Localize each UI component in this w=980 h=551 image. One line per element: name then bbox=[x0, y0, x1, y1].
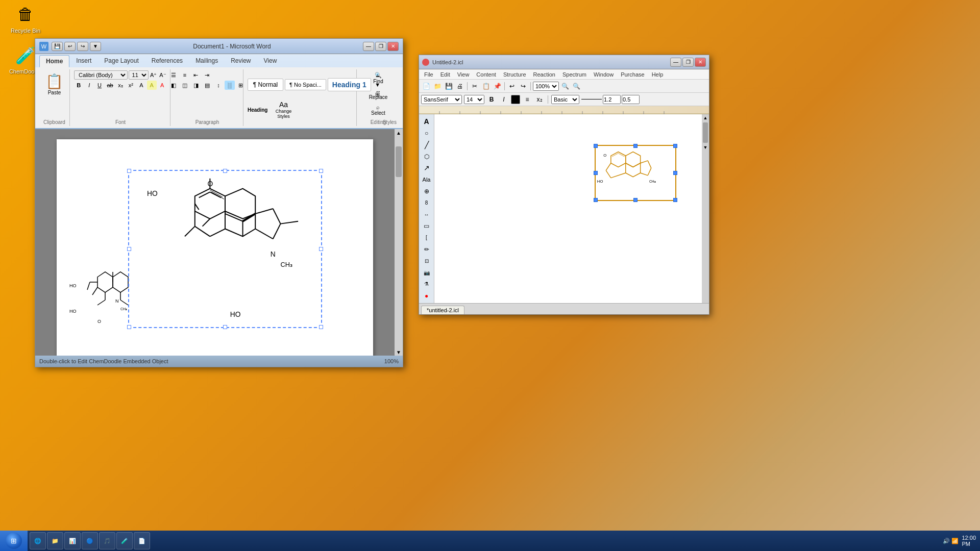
start-button[interactable]: ⊞ bbox=[0, 531, 28, 551]
taskbar-chemdoodle[interactable]: 🧪 bbox=[116, 532, 133, 549]
taskbar-word[interactable]: 📄 bbox=[134, 532, 150, 549]
mol-handle-br[interactable] bbox=[673, 198, 677, 202]
shading-btn[interactable]: ░ bbox=[225, 81, 235, 90]
handle-tr[interactable] bbox=[319, 169, 323, 173]
taskbar-ie[interactable]: 🌐 bbox=[30, 532, 46, 549]
cd-menu-content[interactable]: Content bbox=[473, 71, 499, 78]
cd-scroll-up[interactable]: ▲ bbox=[702, 114, 709, 121]
cd-new-btn[interactable]: 📄 bbox=[421, 81, 431, 91]
style-normal[interactable]: ¶ Normal bbox=[248, 79, 283, 91]
cd-text2-tool[interactable]: Ala bbox=[421, 174, 433, 185]
cd-line-width-input[interactable] bbox=[603, 95, 621, 104]
cd-zoom-out-btn[interactable]: 🔍 bbox=[571, 81, 581, 91]
cd-menu-purchase[interactable]: Purchase bbox=[618, 71, 647, 78]
cd-hexagon-tool[interactable]: ⬡ bbox=[421, 151, 433, 162]
cd-font-size-select[interactable]: 14 bbox=[464, 95, 484, 104]
shrink-font-btn[interactable]: A⁻ bbox=[159, 70, 167, 80]
save-btn[interactable]: 💾 bbox=[52, 42, 63, 51]
word-close[interactable]: ✕ bbox=[387, 42, 399, 51]
replace-btn[interactable]: ↔ Replace bbox=[365, 87, 391, 102]
superscript-btn[interactable]: x² bbox=[126, 81, 135, 90]
cd-font-select[interactable]: SansSerif bbox=[421, 95, 462, 104]
undo-btn[interactable]: ↩ bbox=[64, 42, 76, 51]
handle-top[interactable] bbox=[223, 169, 227, 173]
cd-eraser-tool[interactable]: ✏ bbox=[421, 244, 433, 255]
cd-bracket-tool[interactable]: [ bbox=[421, 233, 433, 243]
numbering-btn[interactable]: ≡ bbox=[180, 70, 190, 80]
italic-btn[interactable]: I bbox=[84, 81, 93, 90]
cd-scrollbar-v[interactable]: ▲ ▼ bbox=[702, 114, 709, 303]
taskbar-excel[interactable]: 📊 bbox=[64, 532, 81, 549]
cd-redo-btn[interactable]: ↪ bbox=[518, 81, 528, 91]
word-orb[interactable]: W bbox=[39, 42, 48, 51]
cd-circle-tool[interactable]: ○ bbox=[421, 128, 433, 139]
font-size-select[interactable]: 11 bbox=[129, 70, 149, 80]
change-styles-btn[interactable]: Aa Change Styles bbox=[271, 101, 296, 119]
recycle-bin-icon[interactable]: 🗑 Recycle Bin bbox=[5, 5, 46, 34]
strikethrough-btn[interactable]: ab bbox=[105, 81, 114, 90]
cd-font-italic[interactable]: I bbox=[499, 94, 509, 105]
find-btn[interactable]: 🔍 Find bbox=[365, 70, 391, 86]
font-family-select[interactable]: Calibri (Body) bbox=[74, 70, 128, 80]
cd-save-btn[interactable]: 💾 bbox=[444, 81, 454, 91]
scrollbar-thumb[interactable] bbox=[396, 146, 402, 177]
cd-font-bold[interactable]: B bbox=[486, 94, 497, 105]
mol-handle-bottom[interactable] bbox=[633, 198, 638, 202]
tab-home[interactable]: Home bbox=[39, 55, 69, 67]
cd-font-align[interactable]: ≡ bbox=[522, 94, 532, 105]
cd-plus-tool[interactable]: ⊕ bbox=[421, 186, 433, 197]
tab-references[interactable]: References bbox=[145, 55, 189, 67]
cd-menu-reaction[interactable]: Reaction bbox=[530, 71, 558, 78]
cd-copy-btn[interactable]: 📋 bbox=[481, 81, 491, 91]
tab-review[interactable]: Review bbox=[225, 55, 257, 67]
cd-rect-tool[interactable]: ▭ bbox=[421, 221, 433, 232]
molecule-container[interactable]: HO CH₃ O bbox=[595, 145, 676, 201]
grow-font-btn[interactable]: A⁺ bbox=[150, 70, 158, 80]
mol-handle-left[interactable] bbox=[594, 171, 598, 175]
cd-menu-help[interactable]: Help bbox=[649, 71, 667, 78]
cd-open-btn[interactable]: 📁 bbox=[432, 81, 443, 91]
underline-btn[interactable]: U bbox=[95, 81, 104, 90]
cd-line-tool[interactable]: ╱ bbox=[421, 140, 433, 151]
taskbar-media[interactable]: 🎵 bbox=[99, 532, 115, 549]
tab-mailings[interactable]: Mailings bbox=[189, 55, 224, 67]
customize-btn[interactable]: ▼ bbox=[90, 42, 101, 51]
cd-print-btn[interactable]: 🖨 bbox=[455, 81, 465, 91]
cd-number-tool[interactable]: 8 bbox=[421, 197, 433, 208]
cd-undo-btn[interactable]: ↩ bbox=[507, 81, 517, 91]
line-spacing-btn[interactable]: ↕ bbox=[213, 81, 224, 90]
cd-line-width2-input[interactable] bbox=[622, 95, 640, 104]
handle-br[interactable] bbox=[319, 325, 323, 329]
style-no-spacing[interactable]: ¶ No Spaci... bbox=[285, 79, 326, 90]
tab-insert[interactable]: Insert bbox=[70, 55, 97, 67]
cd-scan-tool[interactable]: ⊡ bbox=[421, 256, 433, 266]
scrollbar-arrow-down[interactable]: ▼ bbox=[395, 348, 402, 356]
indent-btn[interactable]: ⇥ bbox=[202, 70, 212, 80]
word-minimize[interactable]: — bbox=[363, 42, 374, 51]
align-center-btn[interactable]: ◫ bbox=[180, 81, 190, 90]
cd-pin-tool[interactable]: ● bbox=[421, 290, 433, 301]
justify-btn[interactable]: ▤ bbox=[202, 81, 212, 90]
cd-select-tool[interactable]: ↔ bbox=[421, 209, 433, 220]
mol-handle-top[interactable] bbox=[633, 144, 638, 148]
cd-line-style-select[interactable]: Basic bbox=[551, 95, 579, 104]
cd-bond-tool[interactable]: ⚗ bbox=[421, 279, 433, 290]
cd-tab-untitled[interactable]: *untitled-2.icl bbox=[421, 306, 464, 314]
cd-menu-spectrum[interactable]: Spectrum bbox=[559, 71, 590, 78]
cd-scroll-thumb[interactable] bbox=[703, 122, 708, 143]
cd-menu-structure[interactable]: Structure bbox=[500, 71, 529, 78]
select-btn[interactable]: ⌕ Select bbox=[365, 103, 391, 117]
cd-menu-view[interactable]: View bbox=[454, 71, 473, 78]
cd-paste-btn[interactable]: 📌 bbox=[492, 81, 502, 91]
cd-menu-file[interactable]: File bbox=[421, 71, 436, 78]
tab-view[interactable]: View bbox=[258, 55, 283, 67]
cd-close[interactable]: ✕ bbox=[695, 58, 706, 67]
font-color-btn[interactable]: A bbox=[158, 81, 167, 90]
mol-handle-tr[interactable] bbox=[673, 144, 677, 148]
bold-btn[interactable]: B bbox=[74, 81, 83, 90]
outdent-btn[interactable]: ⇤ bbox=[191, 70, 201, 80]
cd-font-sub[interactable]: x₂ bbox=[534, 94, 545, 105]
highlight-btn[interactable]: A bbox=[147, 81, 156, 90]
doc-scrollbar-v[interactable]: ▲ ▼ bbox=[395, 129, 403, 356]
taskbar-chrome[interactable]: 🔵 bbox=[82, 532, 98, 549]
